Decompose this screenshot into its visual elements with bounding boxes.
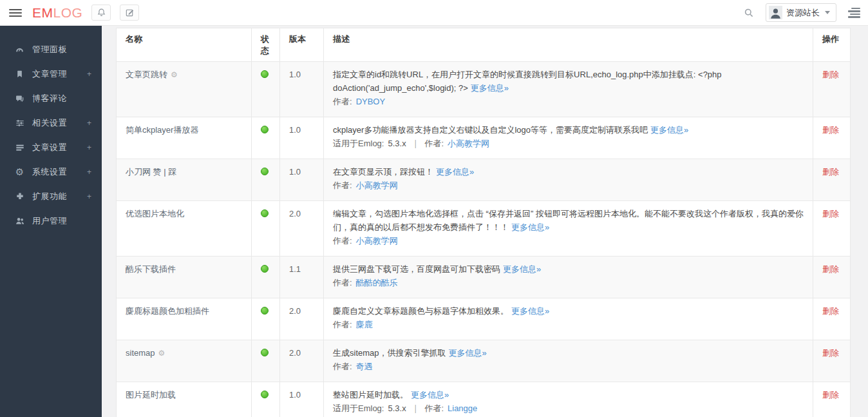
author-label: 作者:	[333, 320, 352, 329]
plugin-version: 2.0	[289, 306, 301, 316]
header-action: 操作	[813, 28, 851, 62]
more-info-link[interactable]: 更多信息»	[449, 348, 487, 358]
compat-value: 5.3.x	[388, 403, 406, 413]
plugin-version: 2.0	[289, 348, 301, 358]
status-dot[interactable]	[261, 168, 269, 175]
more-info-link[interactable]: 更多信息»	[511, 222, 549, 232]
sidebar-item-label: 博客评论	[32, 93, 91, 104]
sidebar-item-related-settings[interactable]: 相关设置 +	[0, 111, 102, 135]
status-dot[interactable]	[261, 209, 269, 217]
plugin-row: 图片延时加载 1.0 整站图片延时加载。更多信息» 适用于Emlog:5.3.x…	[117, 382, 851, 417]
author-link[interactable]: Liangge	[448, 403, 477, 413]
user-avatar-icon	[769, 6, 782, 19]
sidebar-item-label: 用户管理	[32, 215, 91, 227]
sidebar-item-users[interactable]: 用户管理	[0, 209, 102, 233]
compat-label: 适用于Emlog:	[333, 139, 384, 148]
delete-link[interactable]: 删除	[822, 348, 839, 358]
more-info-link[interactable]: 更多信息»	[511, 306, 549, 316]
plugin-settings-icon[interactable]: ⚙	[158, 349, 165, 358]
bookmark-icon	[14, 70, 25, 79]
logo-log: LOG	[53, 5, 83, 20]
sidebar-item-dashboard[interactable]: 管理面板	[0, 37, 102, 62]
more-info-link[interactable]: 更多信息»	[503, 264, 541, 274]
delete-link[interactable]: 删除	[822, 264, 839, 274]
users-icon	[14, 217, 25, 226]
sidebar-item-system-settings[interactable]: ⚙ 系统设置 +	[0, 160, 102, 184]
table-header-row: 名称 状态 版本 描述 操作	[117, 28, 851, 62]
author-link[interactable]: 小高教学网	[356, 236, 398, 246]
user-menu-button[interactable]: 资源站长	[766, 3, 836, 22]
status-dot[interactable]	[261, 126, 269, 133]
menu-icon[interactable]	[9, 6, 22, 19]
header-description: 描述	[324, 28, 813, 62]
delete-link[interactable]: 删除	[822, 70, 839, 79]
status-dot[interactable]	[261, 391, 269, 398]
author-link[interactable]: 麋鹿	[356, 320, 373, 329]
author-link[interactable]: DYBOY	[356, 97, 386, 106]
more-info-link[interactable]: 更多信息»	[471, 83, 509, 93]
plugin-description: ckplayer多功能播放器支持自定义右键以及自定义logo等等，需要高度定制请…	[333, 125, 648, 135]
sidebar-item-article-settings[interactable]: 文章设置 +	[0, 135, 102, 160]
author-label: 作者:	[424, 139, 444, 148]
delete-link[interactable]: 删除	[822, 125, 839, 135]
new-post-button[interactable]	[120, 5, 139, 21]
author-label: 作者:	[333, 180, 352, 190]
author-label: 作者:	[333, 236, 352, 246]
delete-link[interactable]: 删除	[822, 209, 839, 218]
sidebar-item-comments[interactable]: 博客评论	[0, 86, 102, 111]
status-dot[interactable]	[261, 349, 269, 356]
author-label: 作者:	[333, 362, 352, 371]
more-info-link[interactable]: 更多信息»	[411, 390, 449, 400]
header-name: 名称	[117, 28, 252, 62]
notifications-button[interactable]	[91, 5, 111, 21]
plugin-settings-icon[interactable]: ⚙	[171, 70, 178, 79]
divider: ｜	[411, 403, 420, 413]
caret-down-icon	[825, 11, 830, 14]
plugin-row: 文章页跳转⚙ 1.0 指定文章的id和跳转URL，在用户打开文章的时候直接跳转到…	[117, 62, 851, 117]
compat-value: 5.3.x	[388, 139, 406, 148]
plugin-description: 麋鹿自定义文章标题颜色与标题字体加粗效果。	[333, 306, 509, 316]
author-link[interactable]: 奇遇	[356, 362, 373, 371]
expand-plus-icon: +	[87, 192, 91, 201]
expand-plus-icon: +	[87, 143, 91, 152]
plugin-description: 生成sitemap，供搜索引擎抓取	[333, 348, 446, 358]
main-content: 名称 状态 版本 描述 操作 文章页跳转⚙ 1.0 指定文章的id和跳转URL，…	[102, 26, 868, 417]
plugin-row: 酷乐下载插件 1.1 提供三网盘下载可选，百度网盘可加下载密码更多信息» 作者:…	[117, 257, 851, 298]
plugin-name: sitemap	[126, 348, 155, 358]
delete-link[interactable]: 删除	[822, 390, 839, 400]
list-toggle-icon[interactable]	[848, 8, 860, 18]
sidebar-item-label: 管理面板	[32, 44, 91, 55]
plugin-name: 小刀网 赞 | 踩	[126, 167, 176, 177]
sidebar-item-articles[interactable]: 文章管理 +	[0, 62, 102, 86]
search-icon[interactable]	[744, 8, 754, 18]
status-dot[interactable]	[261, 307, 269, 315]
sidebar-item-label: 系统设置	[32, 166, 87, 178]
more-info-link[interactable]: 更多信息»	[436, 167, 474, 177]
author-link[interactable]: 小高教学网	[448, 139, 489, 148]
plugin-version: 1.0	[289, 390, 301, 400]
sidebar-item-label: 文章管理	[32, 68, 87, 80]
sidebar-item-extensions[interactable]: 扩展功能 +	[0, 184, 102, 209]
expand-plus-icon: +	[87, 70, 91, 79]
plugin-version: 1.1	[289, 264, 301, 274]
author-label: 作者:	[333, 97, 352, 106]
plugin-row: sitemap⚙ 2.0 生成sitemap，供搜索引擎抓取更多信息» 作者:奇…	[117, 340, 851, 382]
expand-plus-icon: +	[87, 119, 91, 128]
author-link[interactable]: 小高教学网	[356, 180, 398, 190]
author-label: 作者:	[333, 278, 352, 287]
gear-icon: ⚙	[14, 166, 25, 178]
delete-link[interactable]: 删除	[822, 306, 839, 316]
delete-link[interactable]: 删除	[822, 167, 839, 177]
sidebar-item-label: 文章设置	[32, 142, 87, 153]
brand-logo[interactable]: EMLOG	[32, 5, 82, 21]
expand-plus-icon: +	[87, 168, 91, 177]
more-info-link[interactable]: 更多信息»	[650, 125, 688, 135]
author-link[interactable]: 酷酷的酷乐	[356, 278, 398, 287]
plugin-description: 在文章页显示顶，踩按钮！	[333, 167, 433, 177]
plugin-description: 提供三网盘下载可选，百度网盘可加下载密码	[333, 264, 500, 274]
status-dot[interactable]	[261, 70, 269, 78]
plugin-version: 1.0	[289, 70, 301, 79]
header-status: 状态	[252, 28, 280, 62]
status-dot[interactable]	[261, 265, 269, 273]
plugin-row: 小刀网 赞 | 踩 1.0 在文章页显示顶，踩按钮！更多信息» 作者:小高教学网…	[117, 159, 851, 201]
